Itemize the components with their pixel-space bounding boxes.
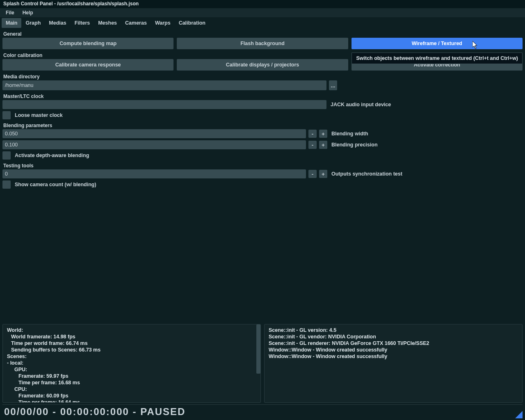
tab-main[interactable]: Main [2, 18, 21, 28]
status-line: Framerate: 60.09 fps [7, 393, 256, 399]
blending-parameters-label: Blending parameters [2, 121, 523, 129]
status-line: Framerate: 59.97 fps [7, 373, 256, 379]
status-line: GPU: [7, 366, 256, 373]
sync-test-minus[interactable]: - [308, 170, 317, 178]
browse-button[interactable]: ... [329, 80, 337, 90]
menu-bar: File Help [0, 8, 525, 17]
sync-test-label: Outputs synchronization test [330, 171, 402, 177]
loose-master-clock-checkbox[interactable] [2, 111, 11, 119]
flash-background-button[interactable]: Flash background [177, 38, 348, 49]
status-panel-right: Scene::init - GL version: 4.5Scene::init… [264, 324, 523, 403]
testing-tools-label: Testing tools [2, 161, 523, 169]
blending-precision-label: Blending precision [330, 142, 378, 148]
compute-blending-button[interactable]: Compute blending map [2, 38, 173, 49]
clock-text: 00/00/00 - 00:00:00:000 - PAUSED [4, 406, 185, 418]
blending-width-minus[interactable]: - [308, 130, 317, 138]
status-line: Time per frame: 16.68 ms [7, 379, 256, 386]
tab-medias[interactable]: Medias [45, 18, 70, 28]
status-line: Scenes: [7, 353, 256, 360]
jack-input[interactable] [2, 100, 326, 109]
clock-bar: 00/00/00 - 00:00:00:000 - PAUSED [2, 404, 523, 418]
tab-cameras[interactable]: Cameras [121, 18, 151, 28]
sync-test-plus[interactable]: + [319, 170, 327, 178]
depth-aware-blending-checkbox[interactable] [2, 151, 11, 160]
tab-meshes[interactable]: Meshes [94, 18, 121, 28]
blending-precision-input[interactable] [2, 140, 306, 149]
log-line: Scene::init - GL version: 4.5 [269, 327, 518, 333]
log-line: Window::Window - Window created successf… [269, 353, 518, 360]
status-panel-left: World:World framerate: 14.98 fpsTime per… [2, 324, 261, 403]
status-line: Sending buffers to Scenes: 66.73 ms [7, 347, 256, 353]
sync-test-input[interactable] [2, 169, 306, 178]
blending-width-plus[interactable]: + [319, 130, 327, 138]
scrollbar[interactable] [256, 324, 260, 374]
title-bar: Splash Control Panel - /usr/local/share/… [0, 0, 525, 8]
log-line: Scene::init - GL renderer: NVIDIA GeForc… [269, 340, 518, 347]
log-line: Scene::init - GL vendor: NVIDIA Corporat… [269, 333, 518, 340]
main-content: General Compute blending map Flash backg… [0, 27, 525, 189]
blending-width-input[interactable] [2, 129, 306, 138]
status-line: Time per world frame: 66.74 ms [7, 340, 256, 347]
general-label: General [2, 30, 523, 38]
status-line: Time per frame: 16.64 ms [7, 399, 256, 403]
loose-master-clock-label: Loose master clock [15, 112, 63, 118]
show-camera-count-label: Show camera count (w/ blending) [15, 182, 96, 187]
status-line: CPU: [7, 386, 256, 393]
calibrate-camera-button[interactable]: Calibrate camera response [2, 59, 173, 71]
tab-calibration[interactable]: Calibration [175, 18, 210, 28]
log-line: Window::Window - Window created successf… [269, 347, 518, 353]
menu-help[interactable]: Help [18, 9, 37, 17]
status-line: - local: [7, 360, 256, 366]
show-camera-count-checkbox[interactable] [2, 180, 11, 189]
jack-input-label: JACK audio input device [331, 102, 391, 107]
tab-bar: Main Graph Medias Filters Meshes Cameras… [0, 17, 525, 27]
blending-precision-plus[interactable]: + [319, 141, 327, 149]
media-directory-input[interactable] [2, 80, 326, 90]
tab-warps[interactable]: Warps [151, 18, 175, 28]
menu-file[interactable]: File [2, 9, 18, 17]
master-ltc-clock-label: Master/LTC clock [2, 92, 523, 100]
wireframe-textured-button[interactable]: Wireframe / Textured [352, 38, 523, 49]
tooltip: Switch objects between wireframe and tex… [352, 52, 523, 64]
depth-aware-blending-label: Activate depth-aware blending [15, 153, 89, 158]
status-line: World framerate: 14.98 fps [7, 333, 256, 340]
blending-width-label: Blending width [330, 131, 368, 137]
media-directory-label: Media directory [2, 72, 523, 80]
resize-grip-icon[interactable] [515, 411, 523, 418]
tab-filters[interactable]: Filters [71, 18, 94, 28]
calibrate-displays-button[interactable]: Calibrate displays / projectors [177, 59, 348, 71]
status-line: World: [7, 327, 256, 333]
tab-graph[interactable]: Graph [21, 18, 45, 28]
blending-precision-minus[interactable]: - [308, 141, 317, 149]
